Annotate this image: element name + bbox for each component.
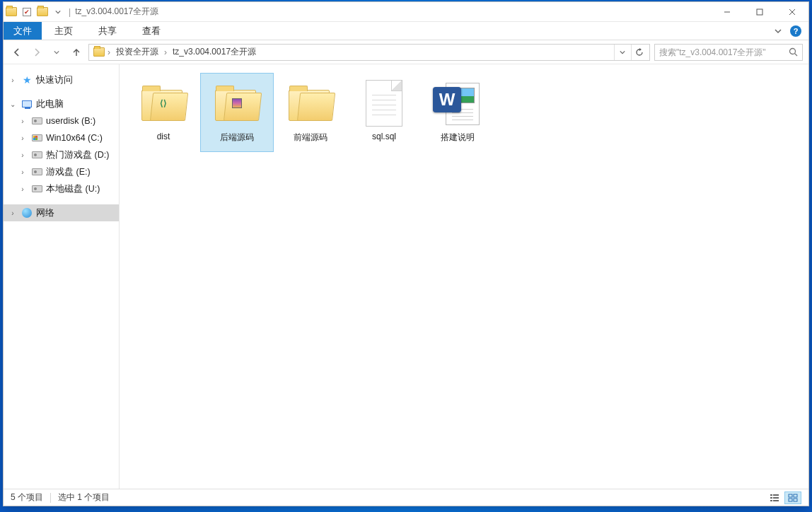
forward-button[interactable]: [29, 45, 45, 60]
title-bar: ✔ | tz_v3.004.0017全开源: [4, 2, 808, 22]
title-separator: |: [69, 7, 71, 17]
chevron-right-icon[interactable]: ›: [18, 168, 28, 176]
globe-icon: [22, 208, 32, 218]
item-label: sql.sql: [372, 132, 396, 141]
ribbon-expand-icon[interactable]: [775, 28, 782, 35]
svg-rect-6: [770, 500, 772, 501]
breadcrumb-segment[interactable]: 投资全开源: [113, 46, 161, 58]
close-button[interactable]: [776, 2, 808, 21]
status-selection: 选中 1 个项目: [58, 491, 110, 504]
svg-rect-8: [789, 494, 792, 497]
item-label: 后端源码: [220, 132, 254, 144]
body: › ★ 快速访问 ⌄ 此电脑 › userdisk (B:) › Win10x6…: [4, 64, 808, 489]
up-button[interactable]: [69, 45, 84, 60]
svg-rect-5: [773, 497, 779, 499]
svg-rect-4: [770, 497, 772, 499]
sidebar-quick-access[interactable]: › ★ 快速访问: [4, 71, 119, 88]
chevron-right-icon[interactable]: ›: [18, 117, 28, 125]
address-dropdown[interactable]: [614, 45, 630, 60]
file-icon: [359, 78, 410, 129]
drive-icon: [32, 185, 42, 192]
refresh-button[interactable]: [631, 45, 646, 60]
list-item[interactable]: 后端源码: [200, 73, 274, 152]
chevron-right-icon[interactable]: ›: [18, 151, 28, 159]
list-item[interactable]: sql.sql: [347, 73, 421, 152]
file-tab[interactable]: 文件: [4, 22, 42, 40]
sidebar-drive[interactable]: › Win10x64 (C:): [4, 129, 119, 146]
maximize-button[interactable]: [743, 2, 776, 21]
address-bar[interactable]: › 投资全开源 › tz_v3.004.0017全开源: [88, 44, 650, 61]
tab-home[interactable]: 主页: [42, 22, 86, 40]
qat-dropdown[interactable]: [50, 2, 66, 21]
view-large-icons-button[interactable]: [784, 491, 801, 504]
svg-rect-2: [770, 494, 772, 496]
back-button[interactable]: [9, 45, 25, 60]
status-count: 5 个项目: [11, 491, 43, 504]
sidebar-drive[interactable]: › 游戏盘 (E:): [4, 163, 119, 180]
sidebar-drive[interactable]: › 本地磁盘 (U:): [4, 180, 119, 197]
chevron-right-icon[interactable]: ›: [8, 76, 18, 84]
search-box[interactable]: [654, 44, 803, 61]
svg-rect-3: [773, 494, 779, 496]
quick-access-toolbar: ✔: [4, 2, 66, 21]
address-folder-icon: [93, 47, 105, 57]
sidebar-label: 快速访问: [36, 74, 73, 86]
qat-folder-icon[interactable]: [35, 2, 50, 21]
help-icon[interactable]: ?: [790, 25, 801, 37]
item-label: 前端源码: [294, 132, 327, 144]
folder-icon: [285, 78, 336, 129]
sidebar-this-pc[interactable]: ⌄ 此电脑: [4, 95, 119, 112]
word-doc-icon: W: [432, 78, 483, 129]
explorer-window: ✔ | tz_v3.004.0017全开源 文件 主页 共享 查看: [3, 1, 809, 506]
list-item[interactable]: ⟨⟩ dist: [127, 73, 200, 152]
window-title: tz_v3.004.0017全开源: [75, 6, 158, 18]
svg-rect-10: [789, 499, 792, 501]
drive-icon: [32, 151, 42, 158]
search-input[interactable]: [659, 47, 789, 57]
app-icon[interactable]: [4, 2, 19, 21]
folder-icon: [211, 78, 262, 129]
chevron-right-icon[interactable]: ›: [8, 209, 18, 217]
chevron-right-icon[interactable]: ›: [18, 134, 28, 142]
tab-share[interactable]: 共享: [86, 22, 129, 40]
folder-icon: ⟨⟩: [138, 78, 189, 129]
minimize-button[interactable]: [711, 2, 743, 21]
star-icon: ★: [23, 74, 32, 86]
chevron-right-icon[interactable]: ›: [106, 47, 112, 57]
sidebar-label: 网络: [36, 207, 54, 219]
status-bar: 5 个项目 选中 1 个项目: [4, 489, 808, 506]
sidebar-label: Win10x64 (C:): [46, 133, 103, 143]
search-icon[interactable]: [789, 47, 798, 57]
chevron-right-icon[interactable]: ›: [163, 47, 168, 57]
view-details-button[interactable]: [766, 491, 783, 504]
chevron-down-icon[interactable]: ⌄: [8, 100, 18, 108]
nav-pane[interactable]: › ★ 快速访问 ⌄ 此电脑 › userdisk (B:) › Win10x6…: [4, 64, 120, 489]
tab-view[interactable]: 查看: [129, 22, 173, 40]
recent-dropdown[interactable]: [49, 45, 64, 60]
window-controls: [711, 2, 808, 21]
item-label: dist: [157, 132, 170, 141]
sidebar-drive[interactable]: › 热门游戏盘 (D:): [4, 146, 119, 163]
drive-icon: [32, 134, 42, 141]
sidebar-network[interactable]: › 网络: [4, 204, 119, 221]
chevron-right-icon[interactable]: ›: [18, 185, 28, 193]
sidebar-label: userdisk (B:): [46, 116, 95, 126]
file-list[interactable]: ⟨⟩ dist 后端源码 前端源码: [120, 64, 808, 489]
list-item[interactable]: W 搭建说明: [421, 73, 494, 152]
qat-save-icon[interactable]: ✔: [19, 2, 35, 21]
sidebar-drive[interactable]: › userdisk (B:): [4, 112, 119, 129]
list-item[interactable]: 前端源码: [274, 73, 347, 152]
sidebar-label: 此电脑: [36, 98, 64, 110]
ribbon: 文件 主页 共享 查看 ?: [4, 22, 808, 40]
svg-rect-0: [757, 9, 762, 15]
drive-icon: [32, 117, 42, 124]
item-label: 搭建说明: [441, 132, 475, 144]
svg-rect-9: [794, 494, 797, 497]
sidebar-label: 游戏盘 (E:): [46, 166, 91, 178]
breadcrumb-segment[interactable]: tz_v3.004.0017全开源: [170, 46, 259, 58]
svg-point-1: [790, 49, 796, 54]
monitor-icon: [22, 100, 32, 107]
drive-icon: [32, 168, 42, 175]
svg-rect-11: [794, 499, 797, 501]
sidebar-label: 本地磁盘 (U:): [46, 183, 100, 195]
